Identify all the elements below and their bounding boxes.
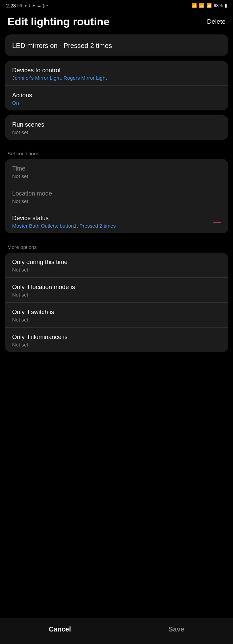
only-if-location-label: Only if location mode is <box>12 284 221 291</box>
run-scenes-value: Not set <box>12 129 221 135</box>
device-status-value: Master Bath Outlets: button1, Pressed 2 … <box>12 223 210 229</box>
actions-value: On <box>12 100 221 106</box>
only-if-switch-value: Not set <box>12 317 221 323</box>
run-scenes-card: Run scenes Not set <box>5 115 228 140</box>
page-header: Edit lighting routine Delete <box>0 10 233 34</box>
more-options-label: More options <box>0 238 233 253</box>
routine-name-card <box>5 34 228 56</box>
devices-to-control-value: Jennifer's Mirror Light, Rogers Mirror L… <box>12 75 221 81</box>
time-label: Time <box>12 165 221 172</box>
actions-label: Actions <box>12 92 221 99</box>
conditions-card: Time Not set Location mode Not set Devic… <box>5 159 228 233</box>
page-title: Edit lighting routine <box>7 16 109 28</box>
battery-icon: ▮ <box>225 3 227 8</box>
bottom-bar: Cancel Save <box>0 618 233 644</box>
devices-to-control-row[interactable]: Devices to control Jennifer's Mirror Lig… <box>5 61 228 85</box>
status-left: 2:28 96° ▾ ⤓ ✦ ☁ ❯ • <box>6 3 48 8</box>
signal-icon: 📶 <box>206 3 212 8</box>
devices-card: Devices to control Jennifer's Mirror Lig… <box>5 61 228 110</box>
more-options-card: Only during this time Not set Only if lo… <box>5 253 228 352</box>
status-bar: 2:28 96° ▾ ⤓ ✦ ☁ ❯ • 📶 📶 📶 63% ▮ <box>0 0 233 10</box>
devices-to-control-label: Devices to control <box>12 67 221 74</box>
only-if-location-row[interactable]: Only if location mode is Not set <box>5 277 228 302</box>
only-during-time-label: Only during this time <box>12 259 221 266</box>
time-row[interactable]: Time Not set <box>5 159 228 184</box>
device-status-row[interactable]: Device status Master Bath Outlets: butto… <box>5 209 228 233</box>
bluetooth-icon: 📶 <box>191 3 197 8</box>
device-status-label: Device status <box>12 215 210 222</box>
wifi-icon: 📶 <box>199 3 204 8</box>
device-status-text: Device status Master Bath Outlets: butto… <box>12 215 210 229</box>
set-conditions-label: Set conditions <box>0 145 233 159</box>
time: 2:28 <box>6 3 16 8</box>
only-if-illuminance-value: Not set <box>12 342 221 347</box>
only-if-location-value: Not set <box>12 292 221 298</box>
delete-button[interactable]: Delete <box>207 16 226 25</box>
only-if-illuminance-row[interactable]: Only if illuminance is Not set <box>5 327 228 352</box>
location-mode-label: Location mode <box>12 190 221 197</box>
battery-label: 63% <box>214 3 223 8</box>
only-during-time-row[interactable]: Only during this time Not set <box>5 253 228 277</box>
save-button[interactable]: Save <box>148 624 205 635</box>
only-if-switch-row[interactable]: Only if switch is Not set <box>5 302 228 327</box>
only-during-time-value: Not set <box>12 267 221 273</box>
time-value: Not set <box>12 173 221 179</box>
cancel-button[interactable]: Cancel <box>28 624 91 635</box>
location-mode-row[interactable]: Location mode Not set <box>5 184 228 209</box>
run-scenes-label: Run scenes <box>12 121 221 128</box>
location-mode-value: Not set <box>12 198 221 204</box>
only-if-switch-label: Only if switch is <box>12 309 221 316</box>
status-right: 📶 📶 📶 63% ▮ <box>191 3 227 8</box>
run-scenes-row[interactable]: Run scenes Not set <box>5 115 228 140</box>
remove-device-status-icon[interactable]: — <box>213 218 221 226</box>
only-if-illuminance-label: Only if illuminance is <box>12 334 221 341</box>
routine-name-input[interactable] <box>5 34 228 56</box>
actions-row[interactable]: Actions On <box>5 85 228 110</box>
status-icons: 96° ▾ ⤓ ✦ ☁ ❯ • <box>17 3 48 8</box>
